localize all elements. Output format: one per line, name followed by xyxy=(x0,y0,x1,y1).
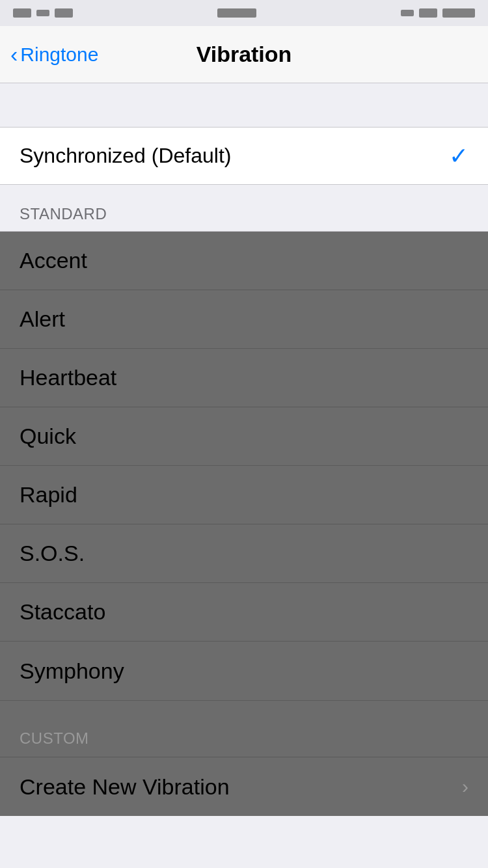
chevron-right-icon: › xyxy=(462,776,468,798)
back-chevron-icon: ‹ xyxy=(10,43,18,65)
signal-icon xyxy=(13,8,31,18)
wifi-icon xyxy=(55,8,73,18)
list-item[interactable]: Symphony xyxy=(0,642,488,700)
standard-section-title: STANDARD xyxy=(20,205,107,223)
standard-list: Accent Alert Heartbeat Quick Rapid S.O.S… xyxy=(0,232,488,700)
list-item[interactable]: Rapid xyxy=(0,466,488,524)
list-item[interactable]: Heartbeat xyxy=(0,349,488,407)
list-item[interactable]: S.O.S. xyxy=(0,524,488,583)
list-item-label: S.O.S. xyxy=(20,541,85,566)
status-left xyxy=(13,8,73,18)
page-title: Vibration xyxy=(197,42,292,67)
carrier-icon xyxy=(36,10,49,16)
spacer-section xyxy=(0,83,488,128)
list-item-label: Rapid xyxy=(20,482,77,508)
back-label: Ringtone xyxy=(20,44,98,66)
create-vibration-label: Create New Vibration xyxy=(20,774,230,800)
list-item[interactable]: Accent xyxy=(0,232,488,290)
create-vibration-row[interactable]: Create New Vibration › xyxy=(0,757,488,816)
status-bar xyxy=(0,0,488,26)
list-item[interactable]: Quick xyxy=(0,407,488,466)
list-item-label: Heartbeat xyxy=(20,365,116,390)
default-option-label: Synchronized (Default) xyxy=(20,144,231,168)
battery-level xyxy=(442,8,475,18)
default-option-row[interactable]: Synchronized (Default) ✓ xyxy=(0,128,488,185)
checkmark-icon: ✓ xyxy=(449,142,468,170)
location-icon xyxy=(401,10,414,16)
status-time xyxy=(217,8,256,18)
custom-section-title: CUSTOM xyxy=(20,729,89,748)
list-item[interactable]: Staccato xyxy=(0,583,488,642)
standard-section-header: STANDARD xyxy=(0,185,488,232)
list-item-label: Symphony xyxy=(20,658,124,684)
status-right xyxy=(401,8,475,18)
list-item[interactable]: Alert xyxy=(0,290,488,349)
list-item-label: Quick xyxy=(20,424,76,449)
back-button[interactable]: ‹ Ringtone xyxy=(10,44,98,66)
nav-bar: ‹ Ringtone Vibration xyxy=(0,26,488,83)
list-item-label: Staccato xyxy=(20,599,105,625)
custom-section-header: CUSTOM xyxy=(0,700,488,757)
list-item-label: Accent xyxy=(20,248,87,273)
list-item-label: Alert xyxy=(20,306,65,332)
battery-icon xyxy=(419,8,437,18)
